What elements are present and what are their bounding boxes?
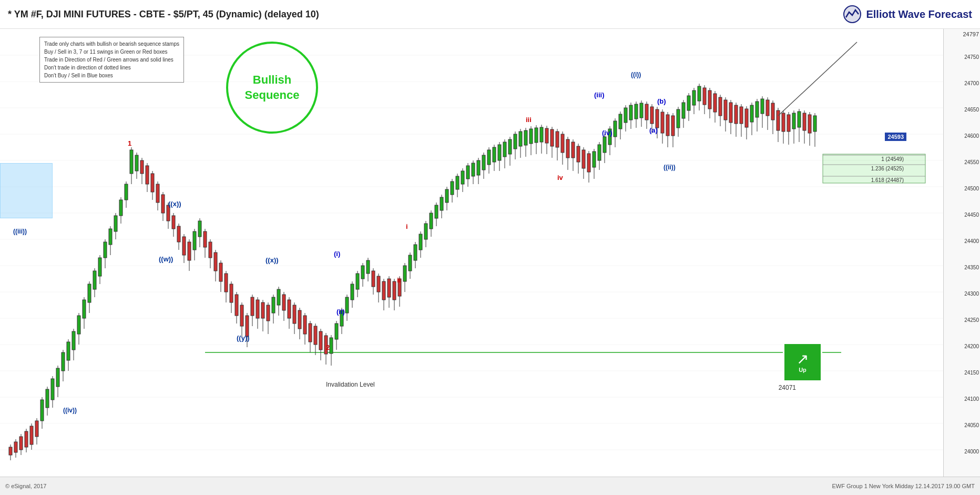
svg-rect-55 — [98, 258, 101, 276]
wave-label-ii-paren: (ii) — [336, 308, 345, 316]
svg-rect-91 — [193, 231, 196, 250]
svg-rect-35 — [46, 389, 49, 408]
chart-container: * YM #F, DJI MINI FUTURES - CBTE - $5/PT… — [0, 0, 980, 495]
svg-rect-93 — [198, 221, 201, 237]
price-24050: 24050 — [964, 422, 979, 428]
svg-rect-193 — [461, 171, 464, 184]
price-max: 24797 — [963, 31, 979, 37]
svg-rect-135 — [309, 324, 312, 342]
svg-rect-37 — [51, 379, 54, 400]
svg-rect-235 — [571, 142, 575, 158]
svg-rect-41 — [62, 352, 65, 371]
svg-rect-171 — [403, 266, 406, 281]
target-1236-label: 1.236 (24525) — [871, 166, 904, 171]
price-24600: 24600 — [964, 133, 979, 139]
svg-rect-295 — [729, 103, 732, 123]
current-price-badge: 24593 — [885, 133, 906, 141]
svg-rect-261 — [640, 103, 643, 118]
svg-rect-325 — [808, 115, 811, 133]
wave-label-triple-iv: ((iv)) — [63, 407, 77, 414]
svg-rect-265 — [650, 107, 654, 124]
svg-rect-253 — [619, 114, 622, 129]
svg-rect-125 — [282, 295, 285, 310]
svg-rect-213 — [514, 134, 517, 149]
svg-rect-205 — [493, 147, 496, 162]
svg-rect-333 — [944, 29, 980, 477]
wave-label-1: 1 — [128, 139, 131, 147]
svg-rect-75 — [151, 174, 154, 192]
svg-rect-181 — [430, 213, 433, 229]
wave-label-b: (b) — [657, 97, 666, 105]
svg-rect-209 — [503, 142, 506, 157]
info-line-3: Trade in Direction of Red / Green arrows… — [44, 56, 179, 64]
price-24150: 24150 — [964, 370, 979, 376]
svg-rect-283 — [698, 86, 701, 101]
svg-rect-173 — [409, 255, 412, 271]
info-line-5: Don't Buy / Sell in Blue boxes — [44, 72, 179, 79]
svg-rect-285 — [703, 88, 706, 105]
svg-rect-23 — [14, 442, 17, 452]
svg-rect-307 — [761, 99, 764, 114]
svg-rect-269 — [661, 112, 664, 133]
wave-label-a: (a) — [649, 126, 658, 134]
svg-rect-245 — [598, 145, 601, 160]
svg-rect-195 — [466, 166, 469, 179]
price-24400: 24400 — [964, 238, 979, 244]
svg-rect-197 — [472, 163, 475, 176]
svg-rect-21 — [9, 447, 12, 455]
svg-rect-121 — [272, 297, 275, 313]
svg-rect-79 — [161, 195, 165, 213]
svg-rect-227 — [550, 129, 554, 146]
target-1618-label: 1.618 (24487) — [871, 177, 904, 183]
svg-rect-243 — [593, 151, 596, 167]
svg-rect-321 — [798, 112, 801, 127]
price-24350: 24350 — [964, 265, 979, 270]
svg-rect-255 — [624, 108, 627, 123]
price-24550: 24550 — [964, 159, 979, 165]
svg-rect-183 — [435, 205, 438, 218]
svg-rect-297 — [734, 105, 738, 124]
wave-label-yy: ((y)) — [237, 334, 250, 342]
price-axis: 24750 24700 24650 24600 24550 24500 2445… — [943, 29, 980, 477]
svg-rect-153 — [356, 274, 359, 289]
svg-rect-219 — [529, 129, 533, 144]
svg-rect-201 — [482, 155, 485, 170]
svg-rect-167 — [393, 281, 396, 300]
info-line-1: Trade only charts with bullish or bearis… — [44, 40, 179, 48]
svg-rect-63 — [119, 200, 122, 216]
svg-rect-311 — [771, 103, 774, 120]
svg-rect-151 — [351, 284, 354, 300]
svg-rect-95 — [203, 231, 207, 247]
svg-rect-129 — [293, 305, 296, 324]
svg-rect-179 — [424, 224, 427, 239]
buy-box[interactable]: ↗ Up — [783, 342, 822, 382]
svg-rect-215 — [519, 132, 522, 146]
price-24750: 24750 — [964, 54, 979, 60]
svg-rect-149 — [345, 297, 349, 313]
bullish-sequence-text: Bullish Sequence — [245, 73, 300, 103]
svg-rect-315 — [782, 113, 785, 132]
svg-rect-309 — [766, 100, 769, 116]
svg-rect-291 — [719, 97, 722, 116]
svg-rect-29 — [30, 426, 33, 445]
blue-box-left — [0, 163, 53, 218]
footer-left: © eSignal, 2017 — [5, 483, 46, 489]
svg-rect-131 — [298, 310, 301, 329]
svg-rect-177 — [419, 234, 422, 250]
svg-rect-223 — [540, 127, 543, 142]
svg-rect-39 — [56, 368, 59, 387]
price-24200: 24200 — [964, 344, 979, 349]
svg-rect-187 — [445, 189, 448, 203]
svg-rect-51 — [88, 284, 91, 302]
svg-rect-327 — [813, 116, 816, 132]
brand-logo: Elliott Wave Forecast — [843, 5, 972, 24]
wave-label-iv-paren: (iv) — [602, 129, 612, 137]
price-24250: 24250 — [964, 317, 979, 323]
wave-label-i-paren: (i) — [334, 250, 340, 258]
invalidation-label: Invalidation Level — [326, 381, 375, 388]
svg-rect-263 — [645, 104, 648, 120]
svg-rect-319 — [792, 113, 795, 129]
svg-rect-165 — [387, 279, 391, 297]
svg-rect-67 — [130, 150, 133, 174]
svg-rect-259 — [635, 104, 638, 119]
